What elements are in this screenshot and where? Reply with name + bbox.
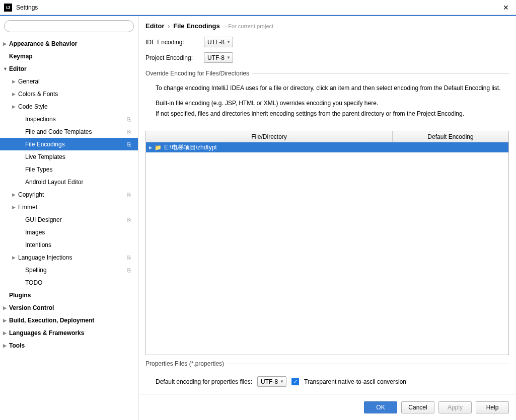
project-scope-icon: ⎘ <box>127 192 131 198</box>
tree-item-file-encodings[interactable]: File Encodings⎘ <box>0 138 138 150</box>
tree-item-android-layout-editor[interactable]: Android Layout Editor <box>0 176 138 188</box>
breadcrumb-part2: File Encodings <box>173 22 219 30</box>
tree-item-plugins[interactable]: Plugins <box>0 289 138 301</box>
project-scope-icon: ⎘ <box>127 255 131 261</box>
tree-item-emmet[interactable]: ▶Emmet <box>0 201 138 213</box>
tree-item-general[interactable]: ▶General <box>0 75 138 88</box>
tree-item-label: Languages & Frameworks <box>9 329 84 337</box>
settings-tree: ▶Appearance & BehaviorKeymap▼Editor▶Gene… <box>0 36 138 420</box>
tree-item-language-injections[interactable]: ▶Language Injections⎘ <box>0 251 138 264</box>
tree-item-label: Build, Execution, Deployment <box>9 317 94 324</box>
tree-item-label: File and Code Templates <box>25 128 92 135</box>
project-encoding-row: Project Encoding: UTF-8▼ <box>145 52 509 63</box>
chevron-right-icon: ▶ <box>12 205 16 210</box>
chevron-right-icon: ▶ <box>3 330 7 335</box>
tree-item-label: Keymap <box>9 53 33 60</box>
tree-item-intentions[interactable]: Intentions <box>0 238 138 251</box>
folder-icon: 📁 <box>155 144 162 151</box>
project-scope-icon: ⎘ <box>127 116 131 122</box>
chevron-right-icon: ▶ <box>3 318 7 323</box>
tree-item-todo[interactable]: TODO <box>0 276 138 289</box>
tree-item-label: General <box>18 78 40 85</box>
tree-item-languages-frameworks[interactable]: ▶Languages & Frameworks <box>0 326 138 339</box>
ide-encoding-label: IDE Encoding: <box>145 39 204 46</box>
project-scope-icon: ⎘ <box>127 129 131 135</box>
props-label: Default encoding for properties files: <box>156 378 252 385</box>
tree-item-label: Version Control <box>9 304 54 311</box>
tree-item-label: File Types <box>25 166 52 173</box>
search-input[interactable] <box>4 20 134 32</box>
breadcrumb-part1: Editor <box>145 22 165 30</box>
chevron-down-icon: ▼ <box>280 379 284 384</box>
apply-button[interactable]: Apply <box>438 401 472 413</box>
override-fieldset: Override Encoding for Files/Directories … <box>145 70 509 129</box>
tree-item-label: File Encodings <box>25 141 65 148</box>
help-button[interactable]: Help <box>476 401 509 413</box>
tree-item-colors-fonts[interactable]: ▶Colors & Fonts <box>0 88 138 100</box>
properties-section: Properties Files (*.properties) Default … <box>145 360 509 394</box>
ide-encoding-row: IDE Encoding: UTF-8▼ <box>145 37 509 47</box>
footer: OK Cancel Apply Help <box>138 394 516 420</box>
close-icon[interactable]: ✕ <box>500 4 512 12</box>
table-header: File/Directory Default Encoding <box>146 131 508 142</box>
tree-item-editor[interactable]: ▼Editor <box>0 62 138 75</box>
table-row[interactable]: ▶📁E:\电梯项目\zhdtypt <box>146 142 508 152</box>
tree-item-label: TODO <box>25 279 42 286</box>
tree-item-live-templates[interactable]: Live Templates <box>0 150 138 163</box>
tree-item-images[interactable]: Images <box>0 226 138 238</box>
titlebar: IJ Settings ✕ <box>0 0 516 15</box>
cancel-button[interactable]: Cancel <box>401 401 434 413</box>
project-scope-icon: ⎘ <box>127 217 131 223</box>
tree-item-label: Live Templates <box>25 153 65 160</box>
breadcrumb-hint: ▫ For current project <box>225 23 273 29</box>
tree-item-label: Copyright <box>18 191 44 198</box>
col-encoding[interactable]: Default Encoding <box>393 131 508 142</box>
tree-item-file-and-code-templates[interactable]: File and Code Templates⎘ <box>0 125 138 138</box>
tree-item-label: Inspections <box>25 116 56 123</box>
tree-item-label: Editor <box>9 65 27 72</box>
props-encoding-select[interactable]: UTF-8▼ <box>257 376 286 387</box>
tree-item-version-control[interactable]: ▶Version Control <box>0 301 138 314</box>
breadcrumb-sep: › <box>168 22 170 30</box>
tree-item-label: Spelling <box>25 267 47 274</box>
properties-title: Properties Files (*.properties) <box>145 360 509 367</box>
tree-item-file-types[interactable]: File Types <box>0 163 138 176</box>
tree-item-label: Code Style <box>18 103 48 110</box>
encoding-table: File/Directory Default Encoding ▶📁E:\电梯项… <box>145 131 509 355</box>
ide-encoding-select[interactable]: UTF-8▼ <box>204 37 233 47</box>
search-wrap: 🔍 <box>0 16 138 36</box>
file-path: E:\电梯项目\zhdtypt <box>164 143 217 152</box>
tree-item-gui-designer[interactable]: GUI Designer⎘ <box>0 213 138 226</box>
chevron-right-icon: ▶ <box>12 92 16 97</box>
tree-item-keymap[interactable]: Keymap <box>0 50 138 62</box>
chevron-down-icon: ▼ <box>3 66 8 71</box>
tree-item-spelling[interactable]: Spelling⎘ <box>0 264 138 276</box>
tree-item-inspections[interactable]: Inspections⎘ <box>0 113 138 125</box>
tree-item-label: Emmet <box>18 204 37 211</box>
table-body[interactable]: ▶📁E:\电梯项目\zhdtypt <box>146 142 508 355</box>
chevron-right-icon: ▶ <box>149 145 152 150</box>
tree-item-label: Plugins <box>9 292 31 299</box>
app-icon: IJ <box>4 4 12 12</box>
tree-item-label: Images <box>25 229 45 236</box>
tree-item-tools[interactable]: ▶Tools <box>0 339 138 352</box>
tree-item-appearance-behavior[interactable]: ▶Appearance & Behavior <box>0 37 138 50</box>
override-title: Override Encoding for Files/Directories <box>145 70 509 77</box>
transparent-ascii-checkbox[interactable]: ✓ <box>291 378 299 385</box>
tree-item-label: Language Injections <box>18 254 72 261</box>
project-encoding-select[interactable]: UTF-8▼ <box>204 52 233 63</box>
sidebar: 🔍 ▶Appearance & BehaviorKeymap▼Editor▶Ge… <box>0 16 138 420</box>
breadcrumb: Editor › File Encodings ▫ For current pr… <box>145 22 509 30</box>
ok-button[interactable]: OK <box>364 401 397 413</box>
chevron-right-icon: ▶ <box>3 343 7 348</box>
tree-item-code-style[interactable]: ▶Code Style <box>0 100 138 113</box>
col-file[interactable]: File/Directory <box>146 131 393 142</box>
chevron-right-icon: ▶ <box>3 41 7 46</box>
tree-item-copyright[interactable]: ▶Copyright⎘ <box>0 188 138 201</box>
tree-item-build-execution-deployment[interactable]: ▶Build, Execution, Deployment <box>0 314 138 326</box>
tree-item-label: Appearance & Behavior <box>9 40 77 47</box>
tree-item-label: Tools <box>9 342 25 349</box>
override-desc: To change encoding IntelliJ IDEA uses fo… <box>145 81 509 129</box>
transparent-ascii-label: Transparent native-to-ascii conversion <box>304 378 406 385</box>
chevron-right-icon: ▶ <box>12 79 16 84</box>
